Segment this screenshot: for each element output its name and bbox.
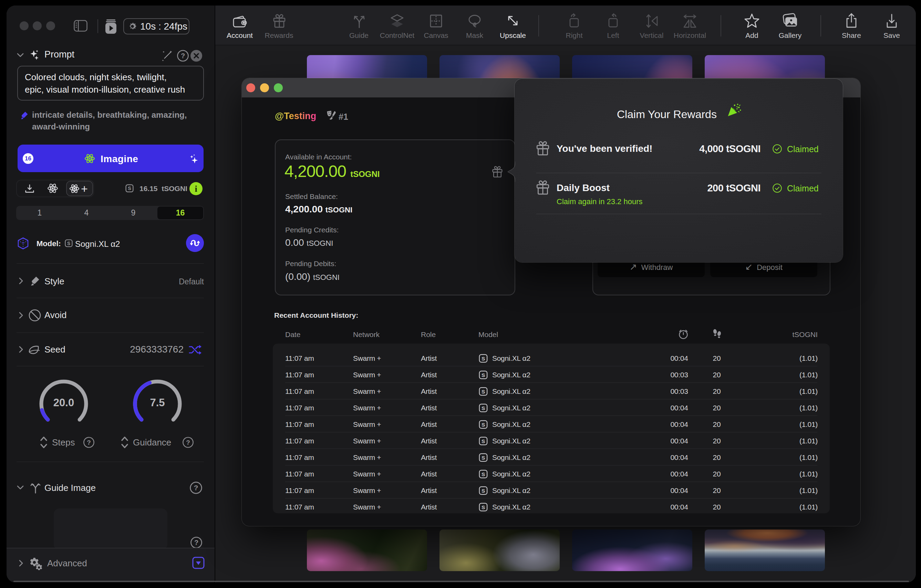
svg-text:S: S [482,372,485,378]
svg-text:S: S [482,471,485,477]
svg-text:?: ? [194,539,199,546]
svg-text:S: S [67,241,70,246]
svg-text:S: S [482,488,485,494]
svg-text:?: ? [194,484,199,492]
svg-text:S: S [128,185,131,191]
svg-text:S: S [482,389,485,395]
svg-text:?: ? [186,439,190,446]
svg-text:?: ? [181,52,185,60]
svg-text:S: S [482,356,485,361]
svg-text:S: S [482,405,485,411]
svg-text:?: ? [87,439,91,446]
svg-text:S: S [482,422,485,427]
svg-text:S: S [482,438,485,444]
svg-text:S: S [482,455,485,461]
svg-text:S: S [482,504,485,510]
